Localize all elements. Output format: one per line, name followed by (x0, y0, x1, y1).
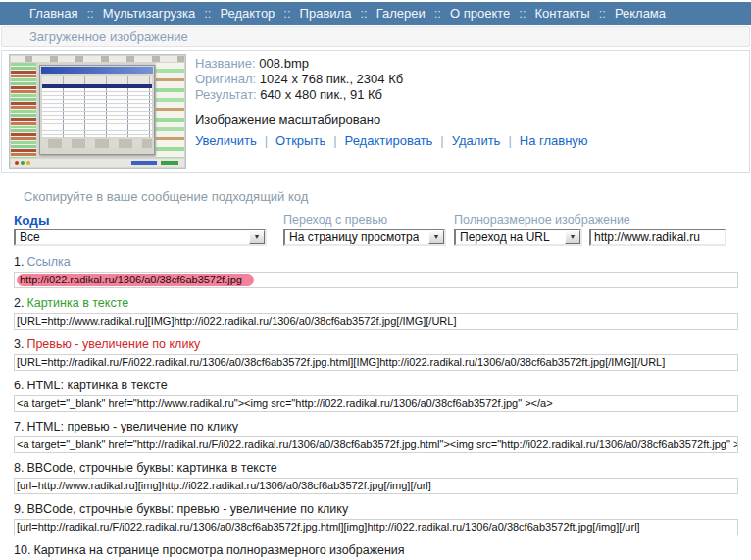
top-nav: Главная::Мультизагрузка::Редактор::Прави… (0, 2, 751, 25)
thumbnail-art-dialog (39, 65, 155, 155)
code-input-preview-click[interactable]: [URL=http://radikal.ru/F/i022.radikal.ru… (14, 354, 738, 371)
nav-item-editor[interactable]: Редактор (220, 6, 275, 21)
code-number: 10. (14, 543, 30, 557)
code-input-image-in-text[interactable]: [URL=http://www.radikal.ru][IMG]http://i… (14, 313, 738, 330)
code-row-image-in-text: 2.Картинка в тексте [URL=http://www.radi… (14, 296, 738, 330)
code-input-html-image[interactable]: <a target="_blank" href="http://www.radi… (14, 395, 738, 412)
thumbnail-art-dot-yellow (26, 161, 30, 165)
page-header: Загруженное изображение (1, 26, 750, 47)
code-number: 1. (14, 255, 24, 269)
codes-select[interactable]: Все ▼ (14, 229, 267, 246)
image-details: Название: 008.bmp Оригинал: 1024 x 768 п… (195, 56, 588, 149)
nav-item-rules[interactable]: Правила (300, 6, 352, 21)
code-number: 6. (14, 379, 24, 392)
code-title: HTML: картинка в тексте (26, 379, 167, 392)
code-input-link[interactable]: http://i022.radikal.ru/1306/a0/38cf6ab35… (14, 272, 738, 288)
code-number: 9. (14, 502, 24, 516)
preview-click-label: Переход с превью (283, 213, 446, 229)
thumbnail-art-buttons (42, 139, 152, 148)
dropdown-arrow-icon[interactable]: ▼ (428, 230, 444, 244)
code-controls: Коды Все ▼ Переход с превью На страницу … (0, 213, 751, 247)
preview-click-select[interactable]: На страницу просмотра ▼ (283, 229, 446, 246)
action-open[interactable]: Открыть (275, 133, 325, 148)
code-title: BBCode, строчные буквы: картинка в текст… (26, 461, 276, 475)
action-separator: | (508, 133, 511, 148)
thumbnail-art-titlebar (41, 67, 153, 74)
copy-hint: Скопируйте в ваше сообщение подходящий к… (24, 189, 751, 204)
thumbnail-art-dot-red (15, 161, 19, 165)
nav-separator: :: (86, 6, 93, 21)
nav-item-multiupload[interactable]: Мультизагрузка (103, 6, 195, 21)
dropdown-arrow-icon[interactable]: ▼ (249, 230, 265, 244)
nav-item-about[interactable]: О проекте (450, 6, 510, 21)
thumbnail-art-left-panel (11, 63, 36, 158)
code-title: Ссылка (26, 255, 70, 269)
thumbnail-art-block-blue (131, 161, 157, 165)
nav-separator: :: (599, 6, 606, 21)
preview-click-select-value: На страницу просмотра (285, 230, 419, 244)
code-input-bbcode-preview[interactable]: [url=http://radikal.ru/F/i022.radikal.ru… (14, 519, 738, 535)
action-separator: | (265, 133, 268, 148)
code-row-bbcode-preview: 9.BBCode, строчные буквы: превью - увели… (14, 502, 738, 535)
nav-item-contacts[interactable]: Контакты (535, 6, 590, 21)
uploaded-image-thumbnail[interactable] (9, 54, 186, 169)
code-number: 2. (14, 296, 24, 310)
code-title: Превью - увеличение по клику (26, 337, 200, 351)
code-row-html-image: 6.HTML: картинка в тексте <a target="_bl… (14, 379, 738, 412)
thumbnail-art-dot-green (21, 161, 25, 165)
name-value: 008.bmp (259, 56, 309, 71)
thumbnail-art-menubar (11, 56, 184, 62)
action-edit[interactable]: Редактировать (345, 133, 433, 148)
action-to-home[interactable]: На главную (520, 133, 588, 148)
result-label: Результат: (195, 87, 257, 102)
thumbnail-art-table-header (42, 76, 152, 84)
original-value: 1024 x 768 пик., 2304 Кб (260, 72, 403, 86)
action-delete[interactable]: Удалить (452, 133, 501, 148)
action-separator: | (440, 133, 443, 148)
fullsize-url-input[interactable] (589, 229, 726, 246)
code-list: 1.Ссылка http://i022.radikal.ru/1306/a0/… (0, 255, 751, 560)
code-row-bbcode-image: 8.BBCode, строчные буквы: картинка в тек… (14, 461, 738, 494)
uploaded-image-panel: Название: 008.bmp Оригинал: 1024 x 768 п… (1, 50, 750, 173)
highlighted-url: http://i022.radikal.ru/1306/a0/38cf6ab35… (17, 274, 254, 286)
nav-separator: :: (204, 6, 211, 21)
action-separator: | (333, 133, 336, 148)
name-label: Название: (195, 56, 256, 71)
scale-status: Изображение масштабировано (195, 112, 588, 127)
codes-select-value: Все (16, 230, 40, 244)
thumbnail-art-statusbar (11, 159, 184, 167)
page-title: Загруженное изображение (29, 29, 188, 44)
code-title: Картинка на странице просмотра полноразм… (33, 543, 404, 557)
nav-separator: :: (519, 6, 526, 21)
code-row-link: 1.Ссылка http://i022.radikal.ru/1306/a0/… (14, 255, 738, 288)
nav-separator: :: (283, 6, 290, 21)
dropdown-arrow-icon[interactable]: ▼ (565, 230, 580, 244)
thumbnail-art-table-grid (42, 88, 152, 137)
code-number: 7. (14, 420, 24, 433)
code-input-bbcode-image[interactable]: [url=http://www.radikal.ru][img]http://i… (14, 478, 738, 494)
code-number: 3. (14, 337, 24, 351)
code-input-html-preview[interactable]: <a target="_blank" href="http://radikal.… (14, 436, 738, 453)
fullsize-select-value: Переход на URL (456, 230, 550, 244)
code-number: 8. (14, 461, 24, 475)
original-label: Оригинал: (195, 72, 256, 86)
image-actions: Увеличить|Открыть|Редактировать|Удалить|… (195, 133, 588, 149)
fullsize-select[interactable]: Переход на URL ▼ (454, 229, 582, 246)
fullsize-label: Полноразмерное изображение (454, 213, 740, 229)
thumbnail-art-right-panel (156, 63, 184, 158)
code-row-html-preview: 7.HTML: превью - увеличение по клику <a … (14, 420, 738, 453)
nav-separator: :: (434, 6, 441, 21)
nav-separator: :: (360, 6, 367, 21)
code-row-preview-click: 3.Превью - увеличение по клику [URL=http… (14, 337, 738, 371)
result-value: 640 x 480 пик., 91 Кб (260, 87, 382, 102)
nav-item-home[interactable]: Главная (29, 6, 77, 21)
action-enlarge[interactable]: Увеличить (195, 133, 257, 148)
code-title: HTML: превью - увеличение по клику (26, 420, 238, 433)
thumbnail-art-block-green (161, 161, 178, 165)
nav-item-galleries[interactable]: Галереи (376, 6, 426, 21)
code-row-view-page: 10.Картинка на странице просмотра полнор… (14, 543, 738, 560)
code-title: Картинка в тексте (26, 296, 128, 310)
codes-heading: Коды (14, 213, 267, 229)
code-title: BBCode, строчные буквы: превью - увеличе… (26, 502, 348, 516)
nav-item-ads[interactable]: Реклама (615, 6, 666, 21)
